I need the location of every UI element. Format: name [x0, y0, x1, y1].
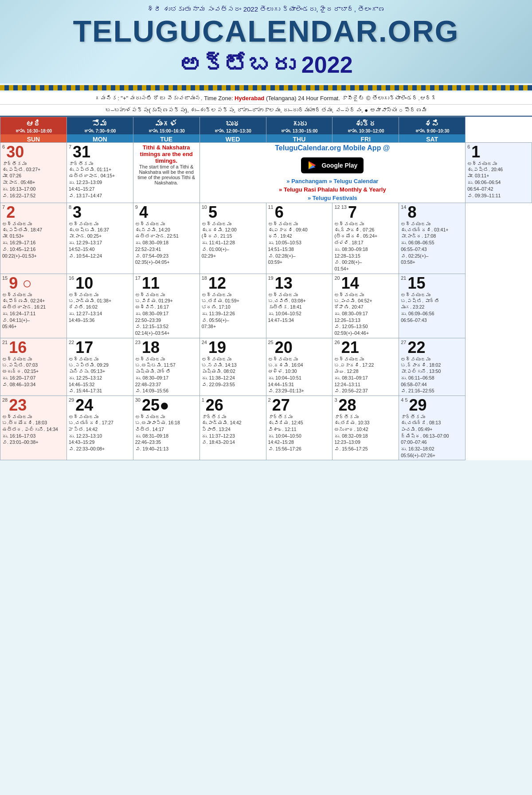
cell-oct10: 16 10 అశ్వయుజము బ.పాడ్యమి. 01:38+ రేవతి.…	[66, 274, 133, 338]
promo-cell: TeluguCalendar.org Mobile App @ Google P…	[200, 142, 466, 203]
week-row-1: 6 30 కార్తీకము శు.పష్టి. 03:27+ మూ. 07:2…	[0, 142, 532, 203]
cell-oct11: 17 11 అశ్వయుజము బ.విదియ. 01:29+ అశ్విని.…	[133, 274, 200, 338]
calendar-table: ఆది రాహు. 16:30–18:00 SUN సోమ రాహు. 7:30…	[0, 117, 532, 461]
cell-oct19: 24 19 అశ్వయుజము బ.నవమి. 14:13 పుష్యమి. 0…	[200, 338, 266, 396]
decorative-border	[0, 85, 532, 90]
cell-oct2: 7 2 అశ్వయుజము శు.సప్తమి. 18:47 మూ. 01:53…	[0, 203, 67, 274]
cell-oct28: 3 28 కార్తీకము శు.తదియ. 10:33 అనురాధ. 10…	[332, 396, 399, 460]
cell-oct17: 22 17 అశ్వయుజము బ.సప్తమి. 09:29 పున్వసు.…	[66, 338, 133, 396]
cell-oct12: 18 12 అశ్వయుజము బ.తదియ. 01:59+ భరణి. 17:…	[200, 274, 266, 338]
cell-oct16: 21 16 అశ్వయుజము బ.పష్టి. 07:03 అరుద్ర. 0…	[0, 338, 67, 396]
week-row-2: 7 2 అశ్వయుజము శు.సప్తమి. 18:47 మూ. 01:53…	[0, 203, 532, 274]
cell-oct18: 23 18 అశ్వయుజము బ.అష్టమి. 11:57 పుష్యమి.…	[133, 338, 200, 396]
cell-oct13: 19 13 అశ్వయుజము బ.చవితి. 03:08+ కృత్తిక.…	[266, 274, 332, 338]
cell-oct25: 30 25● అశ్వయుజము బ.అమావాస్య. 16:18 చిత్త…	[133, 396, 200, 460]
cell-oct1: 6 1 అశ్వయుజము శు.పష్టి. 20:46 మూ. 03:11+…	[466, 142, 532, 203]
hyderabad-label: Hyderabad	[235, 95, 264, 102]
cell-oct26: 1 26 కార్తీకము శు.పాడ్యమి. 14:42 స్వాతి.…	[200, 396, 266, 460]
header-sat: శని రాహు. 9:00–10:30 SAT	[399, 117, 466, 142]
cell-sep31: 7 31 కార్తీకము శు.సప్తమి. 01:11+ ఉత్తరాష…	[66, 142, 133, 203]
google-play-button[interactable]: Google Play	[301, 157, 364, 173]
header: శ్రీ శుభకృతు నామ సంవత్సరం 2022 తెలుగు క్…	[0, 0, 532, 83]
header-mon: సోమ రాహు. 7:30–9:00 MON	[66, 117, 133, 142]
cell-oct4: 9 4 అశ్వయుజము శు.నవమి. 14:20 ఉత్తరాషాడ. …	[133, 203, 200, 274]
cell-oct5: 10 5 అశ్వయుజము శు.దశమి. 12:00 (శ్రవ. 21:…	[200, 203, 266, 274]
calendar-body: 6 30 కార్తీకము శు.పష్టి. 03:27+ మూ. 07:2…	[0, 142, 532, 460]
header-sun: ఆది రాహు. 16:30–18:00 SUN	[0, 117, 67, 142]
google-play-icon	[307, 160, 318, 171]
cell-oct20: 25 20 అశ్వయుజము బ.దశమి. 16:04 ఆళ్ళ. 10:3…	[266, 338, 332, 396]
cell-oct7: 12 13 7 అశ్వయుజము శు.ద్వాదశి. 07:26 (త్ర…	[332, 203, 399, 274]
header-subtitle: శ్రీ శుభకృతు నామ సంవత్సరం 2022 తెలుగు క్…	[9, 5, 523, 13]
cell-oct27: 2 27 కార్తీకము శు.విదియ. 12:45 విశాఖ. 12…	[266, 396, 332, 460]
day-header-row: ఆది రాహు. 16:30–18:00 SUN సోమ రాహు. 7:30…	[0, 117, 532, 142]
week-row-5: 28 23 అశ్వయుజము బ.త్రయోదశి. 18:03 ఉత్తర.…	[0, 396, 532, 460]
notes-bar: గమనిక: "+" మరుసటి రోజు వేకువజామున. Time …	[0, 92, 532, 105]
cell-oct15: 21 15 అశ్వయుజము బ.పష్టి. పూర్తి మృగ. 23:…	[399, 274, 466, 338]
week-row-3: 15 9 ○ అశ్వయుజము శు.పౌర్ణమి. 02:24+ ఉత్త…	[0, 274, 532, 338]
header-fri: శుక్ర రాహు. 10:30–12:00 FRI	[332, 117, 399, 142]
notes-text: గమనిక: "+" మరుసటి రోజు వేకువజామున. Time …	[95, 95, 437, 102]
cell-oct23: 28 23 అశ్వయుజము బ.త్రయోదశి. 18:03 ఉత్తర.…	[0, 396, 67, 460]
cell-oct9: 15 9 ○ అశ్వయుజము శు.పౌర్ణమి. 02:24+ ఉత్త…	[0, 274, 67, 338]
month-title: అక్టోబరు 2022	[9, 51, 523, 78]
calendar-wrapper: ఆది రాహు. 16:30–18:00 SUN సోమ రాహు. 7:30…	[0, 117, 532, 461]
site-title: TELUGUCALENDAR.ORG	[9, 15, 523, 48]
cell-oct8: 14 8 అశ్వయుజము శు.చతుర్దశి. 03:41+ పూ.పా…	[399, 203, 466, 274]
header-wed: బుధ రాహు. 12:00–13:30 WED	[200, 117, 266, 142]
notice-cell: Tithi & Nakshatra timings are the end ti…	[133, 142, 200, 203]
cell-oct6: 11 6 అశ్వయుజము శు.ఏకాదశి. 09:40 ధని. 19:…	[266, 203, 332, 274]
cell-oct3: 8 3 అశ్వయుజము శు.అష్టమి. 16:37 పూ.పాడ. 0…	[66, 203, 133, 274]
legend-bar: బ–బహుళపక్షం(కృష్ణపక్షం), శు–శుక్లపక్షం, …	[0, 105, 532, 117]
cell-sep30: 6 30 కార్తీకము శు.పష్టి. 03:27+ మూ. 07:2…	[0, 142, 67, 203]
cell-oct14: 20 14 అశ్వయుజము బ.పంచమి. 04:52+ రోహిణి. …	[332, 274, 399, 338]
header-tue: మంగళ రాహు. 15:00–16:30 TUE	[133, 117, 200, 142]
week-row-4: 21 16 అశ్వయుజము బ.పష్టి. 07:03 అరుద్ర. 0…	[0, 338, 532, 396]
cell-oct21: 26 21 అశ్వయుజము బ.ఏకాదశి. 17:22 మఘ. 12:2…	[332, 338, 399, 396]
cell-oct29: 4 5 29 కార్తీకము శు.చతుర్ది. 08:13 పంచమి…	[399, 396, 466, 460]
header-thu: గురు రాహు. 13:30–15:00 THU	[266, 117, 332, 142]
cell-oct22: 27 22 అశ్వయుజము బ.ద్వాదశి. 18:02 పూ.ఫల్గ…	[399, 338, 466, 396]
cell-oct24: 29 24 అశ్వయుజము బ.చతుర్దశి. 17:27 హస్త. …	[66, 396, 133, 460]
